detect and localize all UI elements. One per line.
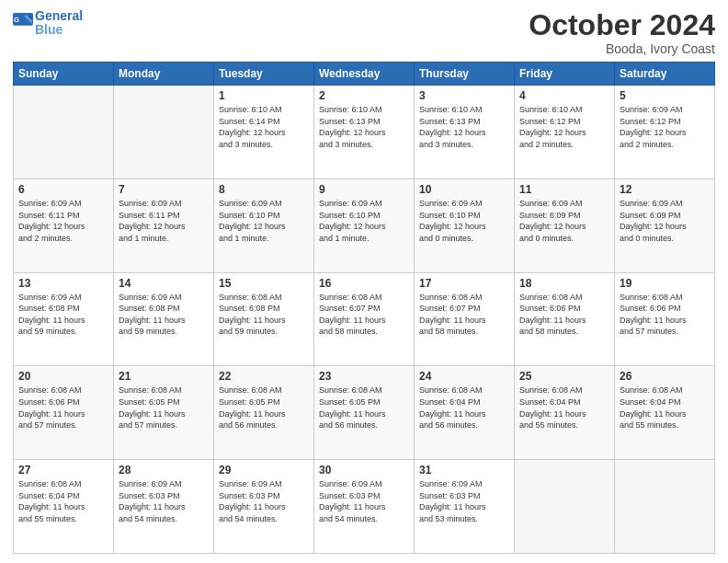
calendar-day-cell: 18Sunrise: 6:08 AM Sunset: 6:06 PM Dayli… [515, 272, 615, 366]
day-number: 21 [119, 370, 209, 383]
day-info: Sunrise: 6:08 AM Sunset: 6:06 PM Dayligh… [519, 292, 609, 338]
day-of-week-header: Sunday [14, 63, 114, 86]
logo-blue: Blue [35, 23, 83, 37]
calendar-day-cell: 31Sunrise: 6:09 AM Sunset: 6:03 PM Dayli… [415, 460, 515, 554]
logo-icon: G [13, 13, 33, 33]
calendar-day-cell: 7Sunrise: 6:09 AM Sunset: 6:11 PM Daylig… [114, 178, 214, 272]
title-block: October 2024 Booda, Ivory Coast [529, 9, 715, 56]
calendar-day-cell: 12Sunrise: 6:09 AM Sunset: 6:09 PM Dayli… [615, 178, 715, 272]
day-number: 5 [620, 89, 710, 102]
day-info: Sunrise: 6:08 AM Sunset: 6:08 PM Dayligh… [219, 292, 309, 338]
day-of-week-header: Friday [515, 63, 615, 86]
calendar-day-cell: 14Sunrise: 6:09 AM Sunset: 6:08 PM Dayli… [114, 272, 214, 366]
calendar-body: 1Sunrise: 6:10 AM Sunset: 6:14 PM Daylig… [14, 86, 715, 554]
day-number: 31 [419, 464, 509, 477]
calendar-table: SundayMondayTuesdayWednesdayThursdayFrid… [13, 62, 715, 554]
calendar-week-row: 13Sunrise: 6:09 AM Sunset: 6:08 PM Dayli… [14, 272, 715, 366]
calendar-day-cell: 20Sunrise: 6:08 AM Sunset: 6:06 PM Dayli… [14, 366, 114, 460]
day-info: Sunrise: 6:08 AM Sunset: 6:07 PM Dayligh… [419, 292, 509, 338]
day-number: 12 [620, 183, 710, 196]
day-info: Sunrise: 6:08 AM Sunset: 6:05 PM Dayligh… [319, 385, 409, 431]
calendar-header-row: SundayMondayTuesdayWednesdayThursdayFrid… [14, 63, 715, 86]
day-number: 16 [319, 277, 409, 290]
calendar-week-row: 27Sunrise: 6:08 AM Sunset: 6:04 PM Dayli… [14, 460, 715, 554]
day-number: 17 [419, 277, 509, 290]
day-info: Sunrise: 6:08 AM Sunset: 6:04 PM Dayligh… [18, 478, 108, 524]
logo-general: General [35, 9, 83, 23]
day-number: 20 [18, 370, 108, 383]
calendar-day-cell: 30Sunrise: 6:09 AM Sunset: 6:03 PM Dayli… [314, 460, 415, 554]
day-info: Sunrise: 6:08 AM Sunset: 6:05 PM Dayligh… [119, 385, 209, 431]
calendar-day-cell: 15Sunrise: 6:08 AM Sunset: 6:08 PM Dayli… [214, 272, 314, 366]
day-number: 6 [18, 183, 108, 196]
calendar-day-cell: 8Sunrise: 6:09 AM Sunset: 6:10 PM Daylig… [214, 178, 314, 272]
calendar-day-cell: 24Sunrise: 6:08 AM Sunset: 6:04 PM Dayli… [415, 366, 515, 460]
calendar-week-row: 6Sunrise: 6:09 AM Sunset: 6:11 PM Daylig… [14, 178, 715, 272]
day-of-week-header: Saturday [615, 63, 715, 86]
calendar-day-cell: 4Sunrise: 6:10 AM Sunset: 6:12 PM Daylig… [515, 86, 615, 179]
day-of-week-header: Monday [114, 63, 214, 86]
calendar-day-cell: 16Sunrise: 6:08 AM Sunset: 6:07 PM Dayli… [314, 272, 415, 366]
day-info: Sunrise: 6:09 AM Sunset: 6:08 PM Dayligh… [119, 292, 209, 338]
calendar-week-row: 20Sunrise: 6:08 AM Sunset: 6:06 PM Dayli… [14, 366, 715, 460]
day-info: Sunrise: 6:09 AM Sunset: 6:03 PM Dayligh… [219, 478, 309, 524]
header: G General Blue October 2024 Booda, Ivory… [13, 9, 715, 56]
day-number: 9 [319, 183, 409, 196]
calendar-day-cell: 23Sunrise: 6:08 AM Sunset: 6:05 PM Dayli… [314, 366, 415, 460]
calendar-day-cell: 19Sunrise: 6:08 AM Sunset: 6:06 PM Dayli… [615, 272, 715, 366]
main-container: G General Blue October 2024 Booda, Ivory… [0, 0, 728, 563]
day-info: Sunrise: 6:09 AM Sunset: 6:03 PM Dayligh… [419, 478, 509, 524]
calendar-subtitle: Booda, Ivory Coast [529, 41, 715, 56]
day-number: 19 [620, 277, 710, 290]
calendar-day-cell: 1Sunrise: 6:10 AM Sunset: 6:14 PM Daylig… [214, 86, 314, 179]
day-number: 3 [419, 89, 509, 102]
day-number: 15 [219, 277, 309, 290]
calendar-day-cell [515, 460, 615, 554]
day-number: 27 [18, 464, 108, 477]
day-info: Sunrise: 6:10 AM Sunset: 6:13 PM Dayligh… [419, 104, 509, 150]
calendar-day-cell: 5Sunrise: 6:09 AM Sunset: 6:12 PM Daylig… [615, 86, 715, 179]
calendar-day-cell: 27Sunrise: 6:08 AM Sunset: 6:04 PM Dayli… [14, 460, 114, 554]
day-info: Sunrise: 6:09 AM Sunset: 6:09 PM Dayligh… [620, 198, 710, 244]
calendar-day-cell: 28Sunrise: 6:09 AM Sunset: 6:03 PM Dayli… [114, 460, 214, 554]
day-number: 4 [519, 89, 609, 102]
day-info: Sunrise: 6:08 AM Sunset: 6:05 PM Dayligh… [219, 385, 309, 431]
day-of-week-header: Tuesday [214, 63, 314, 86]
day-number: 30 [319, 464, 409, 477]
calendar-day-cell: 11Sunrise: 6:09 AM Sunset: 6:09 PM Dayli… [515, 178, 615, 272]
day-info: Sunrise: 6:08 AM Sunset: 6:04 PM Dayligh… [620, 385, 710, 431]
day-info: Sunrise: 6:09 AM Sunset: 6:09 PM Dayligh… [519, 198, 609, 244]
day-info: Sunrise: 6:09 AM Sunset: 6:10 PM Dayligh… [319, 198, 409, 244]
day-number: 18 [519, 277, 609, 290]
calendar-day-cell: 10Sunrise: 6:09 AM Sunset: 6:10 PM Dayli… [415, 178, 515, 272]
day-number: 8 [219, 183, 309, 196]
day-number: 10 [419, 183, 509, 196]
day-number: 1 [219, 89, 309, 102]
calendar-day-cell: 13Sunrise: 6:09 AM Sunset: 6:08 PM Dayli… [14, 272, 114, 366]
day-info: Sunrise: 6:09 AM Sunset: 6:10 PM Dayligh… [419, 198, 509, 244]
day-info: Sunrise: 6:08 AM Sunset: 6:06 PM Dayligh… [18, 385, 108, 431]
day-info: Sunrise: 6:08 AM Sunset: 6:07 PM Dayligh… [319, 292, 409, 338]
day-info: Sunrise: 6:09 AM Sunset: 6:10 PM Dayligh… [219, 198, 309, 244]
day-info: Sunrise: 6:08 AM Sunset: 6:04 PM Dayligh… [419, 385, 509, 431]
logo: G General Blue [13, 9, 83, 38]
day-of-week-header: Wednesday [314, 63, 415, 86]
day-info: Sunrise: 6:09 AM Sunset: 6:11 PM Dayligh… [18, 198, 108, 244]
calendar-week-row: 1Sunrise: 6:10 AM Sunset: 6:14 PM Daylig… [14, 86, 715, 179]
calendar-day-cell: 6Sunrise: 6:09 AM Sunset: 6:11 PM Daylig… [14, 178, 114, 272]
calendar-day-cell: 3Sunrise: 6:10 AM Sunset: 6:13 PM Daylig… [415, 86, 515, 179]
day-number: 22 [219, 370, 309, 383]
day-number: 2 [319, 89, 409, 102]
day-number: 29 [219, 464, 309, 477]
day-number: 23 [319, 370, 409, 383]
day-number: 28 [119, 464, 209, 477]
calendar-day-cell: 2Sunrise: 6:10 AM Sunset: 6:13 PM Daylig… [314, 86, 415, 179]
day-info: Sunrise: 6:10 AM Sunset: 6:12 PM Dayligh… [519, 104, 609, 150]
day-of-week-header: Thursday [415, 63, 515, 86]
day-number: 14 [119, 277, 209, 290]
calendar-title: October 2024 [529, 9, 715, 41]
day-number: 11 [519, 183, 609, 196]
day-info: Sunrise: 6:09 AM Sunset: 6:03 PM Dayligh… [119, 478, 209, 524]
day-number: 25 [519, 370, 609, 383]
day-info: Sunrise: 6:10 AM Sunset: 6:13 PM Dayligh… [319, 104, 409, 150]
